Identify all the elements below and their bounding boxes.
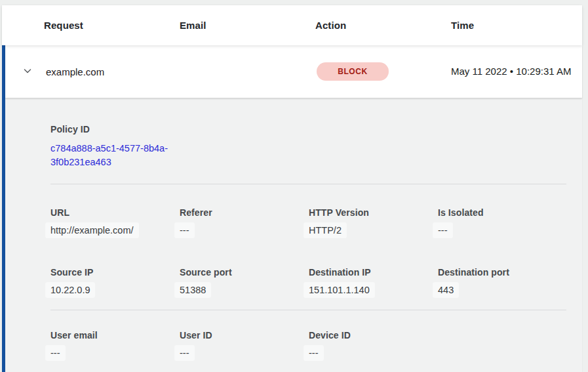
detail-field-group-http: URL http://example.com/ Referer --- HTTP… [50, 207, 566, 236]
table-header: Request Email Action Time [2, 5, 582, 45]
detail-field: Source port 51388 [180, 267, 309, 295]
detail-field: Referer --- [180, 207, 309, 236]
field-value: --- [433, 222, 453, 238]
field-label: Source IP [50, 267, 180, 278]
field-value: http://example.com/ [45, 222, 139, 238]
detail-field: URL http://example.com/ [50, 207, 180, 236]
field-value: HTTP/2 [304, 222, 347, 238]
log-table-card: Request Email Action Time example.com BL… [2, 5, 582, 372]
column-header-email: Email [180, 20, 315, 31]
field-label: Referer [180, 207, 309, 218]
detail-field: Destination port 443 [438, 267, 567, 295]
detail-field-group-user: User email --- User ID --- Device ID --- [50, 330, 566, 358]
detail-field: User ID --- [180, 330, 309, 358]
divider [50, 184, 566, 184]
field-label: Destination IP [309, 267, 438, 278]
time-value: May 11 2022 • 10:29:31 AM [451, 64, 572, 79]
detail-field: Destination IP 151.101.1.140 [309, 267, 438, 295]
collapse-row-button[interactable] [22, 66, 33, 77]
detail-field: Is Isolated --- [438, 207, 567, 236]
field-value: --- [45, 345, 66, 361]
chevron-down-icon [22, 66, 33, 78]
detail-field: HTTP Version HTTP/2 [309, 207, 438, 236]
field-label: URL [50, 207, 180, 218]
policy-id-field: Policy ID c784a888-a5c1-4577-8b4a-3f0b23… [50, 124, 566, 169]
field-label: User ID [180, 330, 309, 341]
request-cell: example.com [22, 66, 180, 77]
field-value: 51388 [174, 282, 211, 298]
field-label: Is Isolated [438, 207, 567, 218]
field-label: User email [50, 330, 180, 341]
field-label: Policy ID [50, 124, 566, 134]
expanded-row-group: example.com BLOCK May 11 2022 • 10:29:31… [2, 45, 582, 372]
action-cell: BLOCK [315, 62, 451, 81]
column-header-action: Action [315, 20, 451, 31]
field-value: 10.22.0.9 [45, 282, 95, 298]
field-label: HTTP Version [309, 207, 438, 218]
divider [50, 310, 566, 310]
block-status-badge: BLOCK [317, 62, 389, 81]
column-header-request: Request [44, 20, 180, 31]
table-row[interactable]: example.com BLOCK May 11 2022 • 10:29:31… [5, 45, 582, 98]
field-value: 443 [433, 282, 459, 298]
policy-id-link[interactable]: c784a888-a5c1-4577-8b4a-3f0b231ea463 [50, 142, 185, 169]
expanded-details-panel: Policy ID c784a888-a5c1-4577-8b4a-3f0b23… [5, 98, 582, 372]
field-label: Device ID [309, 330, 438, 341]
field-label: Source port [180, 267, 309, 278]
detail-field-group-network: Source IP 10.22.0.9 Source port 51388 De… [50, 267, 566, 295]
field-value: --- [174, 222, 195, 238]
field-value: 151.101.1.140 [304, 282, 375, 298]
field-value: --- [304, 345, 324, 361]
field-value: --- [174, 345, 195, 361]
detail-field: Source IP 10.22.0.9 [50, 267, 180, 295]
detail-field: User email --- [50, 330, 180, 358]
request-value: example.com [46, 66, 104, 77]
column-header-time: Time [451, 20, 582, 31]
detail-field: Device ID --- [309, 330, 438, 358]
field-label: Destination port [438, 267, 567, 278]
